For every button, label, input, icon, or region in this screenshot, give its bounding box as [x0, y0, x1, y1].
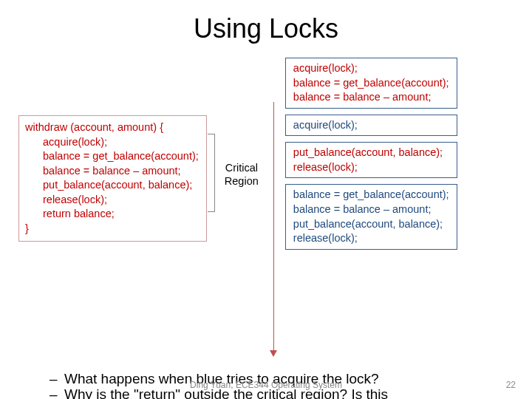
withdraw-code-box: withdraw (account, amount) { acquire(loc… [18, 115, 207, 242]
code-line: put_balance(account, balance); [25, 178, 199, 193]
footer-text: Ding Yuan, ECE344 Operating System [0, 380, 532, 390]
right-column: acquire(lock); balance = get_balance(acc… [285, 58, 457, 250]
code-line: put_balance(account, balance); [293, 217, 449, 232]
code-line: balance = get_balance(account); [293, 188, 449, 202]
timeline-arrow [269, 102, 279, 361]
thread-blue-box-1: acquire(lock); [285, 115, 457, 137]
thread-red-box-2: put_balance(account, balance); release(l… [285, 142, 457, 178]
arrow-head-icon [270, 350, 277, 357]
slide-title: Using Locks [18, 13, 514, 44]
code-line: release(lock); [293, 160, 449, 175]
code-line: } [25, 222, 199, 236]
code-line: acquire(lock); [25, 135, 199, 150]
code-line: release(lock); [25, 193, 199, 208]
code-line: balance = get_balance(account); [25, 149, 199, 164]
left-column: withdraw (account, amount) { acquire(loc… [18, 58, 207, 242]
thread-blue-box-2: balance = get_balance(account); balance … [285, 184, 457, 249]
code-line: put_balance(account, balance); [293, 146, 449, 160]
content-row: withdraw (account, amount) { acquire(loc… [18, 58, 514, 361]
code-line: balance = get_balance(account); [293, 76, 449, 91]
code-line: withdraw (account, amount) { [25, 120, 199, 135]
critical-region-label: Critical Region [220, 161, 263, 188]
page-number: 22 [506, 380, 516, 390]
code-line: release(lock); [293, 231, 449, 246]
thread-red-box-1: acquire(lock); balance = get_balance(acc… [285, 58, 457, 109]
code-line: acquire(lock); [293, 118, 449, 133]
code-line: balance = balance – amount; [25, 164, 199, 179]
code-line: return balance; [25, 207, 199, 222]
critical-text-1: Critical [225, 162, 258, 174]
code-line: balance = balance – amount; [293, 202, 449, 217]
code-line: acquire(lock); [293, 61, 449, 76]
arrow-line [273, 102, 274, 352]
critical-region-bracket [208, 134, 215, 212]
critical-text-2: Region [225, 175, 259, 187]
code-line: balance = balance – amount; [293, 90, 449, 105]
